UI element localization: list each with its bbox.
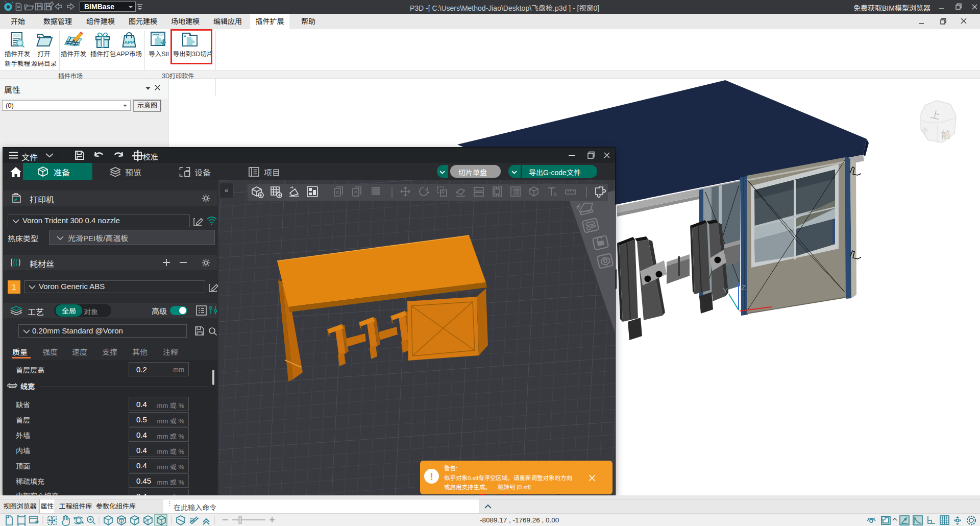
svg-text:P: P [354, 190, 357, 195]
svg-text:Z: Z [741, 283, 746, 292]
svg-text:-8089.17 , -1769.26 , 0.00: -8089.17 , -1769.26 , 0.00 [480, 516, 559, 524]
svg-text:前: 前 [940, 127, 950, 141]
svg-text:O: O [336, 190, 339, 195]
svg-text:APP: APP [124, 39, 134, 45]
svg-text:Y: Y [723, 286, 728, 295]
svg-text:a: a [554, 191, 557, 197]
svg-text:X: X [774, 302, 779, 311]
